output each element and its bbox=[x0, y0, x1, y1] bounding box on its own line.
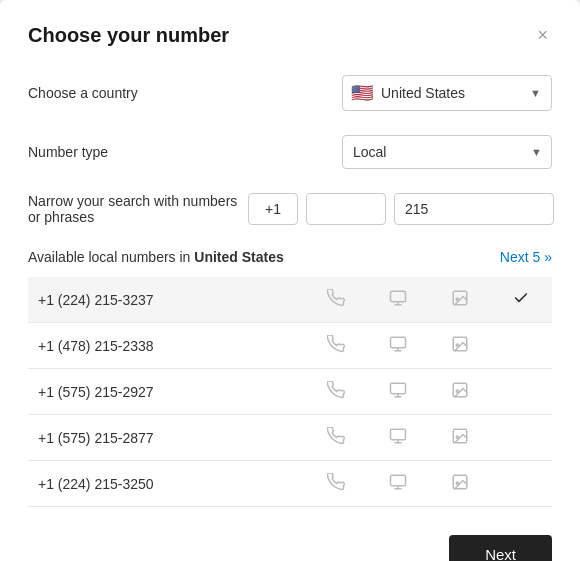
sms-icon-cell bbox=[429, 277, 491, 323]
modal-header: Choose your number × bbox=[28, 24, 552, 47]
phone-icon-cell bbox=[305, 461, 367, 507]
number-type-label: Number type bbox=[28, 144, 108, 160]
svg-point-19 bbox=[456, 436, 458, 438]
phone-icon bbox=[327, 335, 345, 353]
svg-point-9 bbox=[456, 344, 458, 346]
desktop-icon-cell bbox=[367, 277, 429, 323]
modal-title: Choose your number bbox=[28, 24, 229, 47]
svg-point-24 bbox=[456, 482, 458, 484]
svg-rect-0 bbox=[390, 291, 405, 302]
number-type-select-wrapper[interactable]: Local Toll-free Mobile ▼ bbox=[342, 135, 552, 169]
select-icon-cell bbox=[490, 369, 552, 415]
flag-icon: 🇺🇸 bbox=[351, 82, 373, 104]
next-button[interactable]: Next bbox=[449, 535, 552, 561]
table-row[interactable]: +1 (224) 215-3250 bbox=[28, 461, 552, 507]
sms-icon bbox=[451, 335, 469, 353]
sms-icon bbox=[451, 427, 469, 445]
table-row[interactable]: +1 (478) 215-2338 bbox=[28, 323, 552, 369]
phone-number-cell: +1 (575) 215-2927 bbox=[28, 369, 305, 415]
svg-rect-15 bbox=[390, 429, 405, 440]
desktop-icon-cell bbox=[367, 369, 429, 415]
phone-icon-cell bbox=[305, 323, 367, 369]
modal-footer: Next bbox=[28, 535, 552, 561]
select-icon-cell bbox=[490, 461, 552, 507]
sms-icon bbox=[451, 289, 469, 307]
phone-number-cell: +1 (575) 215-2877 bbox=[28, 415, 305, 461]
svg-rect-5 bbox=[390, 337, 405, 348]
available-header: Available local numbers in United States… bbox=[28, 249, 552, 265]
phone-icon bbox=[327, 289, 345, 307]
sms-icon bbox=[451, 473, 469, 491]
country-code-display: +1 bbox=[248, 193, 298, 225]
select-icon-cell bbox=[490, 323, 552, 369]
phone-icon bbox=[327, 473, 345, 491]
phone-icon-cell bbox=[305, 415, 367, 461]
table-row[interactable]: +1 (575) 215-2877 bbox=[28, 415, 552, 461]
available-text: Available local numbers in United States bbox=[28, 249, 284, 265]
sms-icon bbox=[451, 381, 469, 399]
narrow-search-inputs: +1 bbox=[248, 193, 554, 225]
desktop-icon bbox=[389, 335, 407, 353]
checkmark-icon bbox=[513, 290, 529, 306]
country-select-wrapper[interactable]: 🇺🇸 United States United Kingdom Canada A… bbox=[342, 75, 552, 111]
table-row[interactable]: +1 (575) 215-2927 bbox=[28, 369, 552, 415]
desktop-icon-cell bbox=[367, 415, 429, 461]
modal-container: Choose your number × Choose a country 🇺🇸… bbox=[0, 0, 580, 561]
desktop-icon bbox=[389, 427, 407, 445]
phone-number-cell: +1 (224) 215-3237 bbox=[28, 277, 305, 323]
svg-rect-20 bbox=[390, 475, 405, 486]
desktop-icon-cell bbox=[367, 461, 429, 507]
desktop-icon bbox=[389, 381, 407, 399]
desktop-icon-cell bbox=[367, 323, 429, 369]
number-type-select[interactable]: Local Toll-free Mobile bbox=[342, 135, 552, 169]
sms-icon-cell bbox=[429, 369, 491, 415]
desktop-icon bbox=[389, 473, 407, 491]
svg-rect-10 bbox=[390, 383, 405, 394]
number-search-input[interactable] bbox=[394, 193, 554, 225]
phone-icon-cell bbox=[305, 277, 367, 323]
table-row[interactable]: +1 (224) 215-3237 bbox=[28, 277, 552, 323]
phone-number-cell: +1 (478) 215-2338 bbox=[28, 323, 305, 369]
country-label: Choose a country bbox=[28, 85, 138, 101]
country-row: Choose a country 🇺🇸 United States United… bbox=[28, 75, 552, 111]
svg-point-14 bbox=[456, 390, 458, 392]
phone-number-cell: +1 (224) 215-3250 bbox=[28, 461, 305, 507]
phone-icon-cell bbox=[305, 369, 367, 415]
next-5-link[interactable]: Next 5 » bbox=[500, 249, 552, 265]
area-code-input[interactable] bbox=[306, 193, 386, 225]
number-type-row: Number type Local Toll-free Mobile ▼ bbox=[28, 135, 552, 169]
narrow-search-label: Narrow your search with numbers or phras… bbox=[28, 193, 248, 225]
svg-point-4 bbox=[456, 298, 458, 300]
close-button[interactable]: × bbox=[533, 24, 552, 46]
sms-icon-cell bbox=[429, 461, 491, 507]
desktop-icon bbox=[389, 289, 407, 307]
select-icon-cell bbox=[490, 415, 552, 461]
narrow-search-row: Narrow your search with numbers or phras… bbox=[28, 193, 552, 225]
country-select[interactable]: United States United Kingdom Canada Aust… bbox=[381, 85, 543, 101]
select-icon-cell bbox=[490, 277, 552, 323]
phone-icon bbox=[327, 427, 345, 445]
sms-icon-cell bbox=[429, 415, 491, 461]
numbers-table: +1 (224) 215-3237+1 (478) 215-2338+1 (57… bbox=[28, 277, 552, 507]
sms-icon-cell bbox=[429, 323, 491, 369]
phone-icon bbox=[327, 381, 345, 399]
